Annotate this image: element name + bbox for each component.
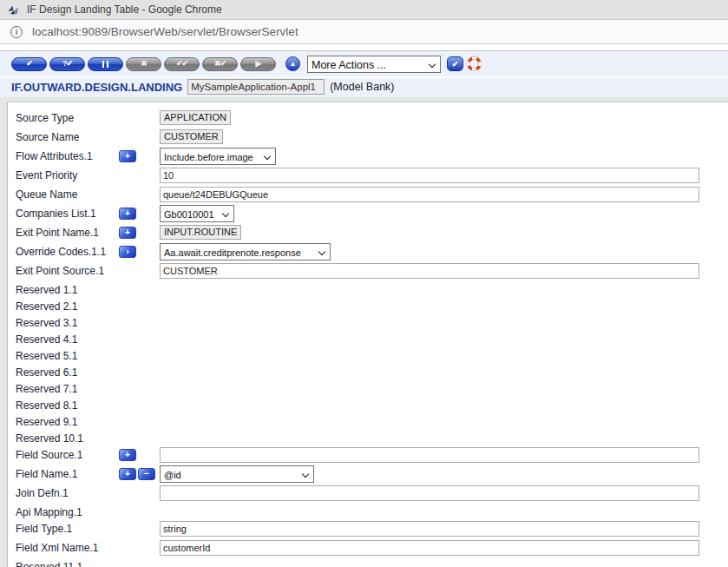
row-buttons: + [119,227,160,239]
expand-button[interactable]: + [119,468,136,480]
field-label: Exit Point Source.1 [16,265,119,277]
field-label: Reserved 1.1 [16,284,119,296]
plus-icon: + [125,469,130,478]
form-row: Reserved 7.1 [16,380,728,397]
text-input[interactable] [160,263,699,279]
field-label: Field Name.1 [16,468,119,480]
field-label: Reserved 9.1 [16,416,119,428]
field-label: Field Source.1 [16,449,119,461]
form-row: Field Name.1+−@id [16,465,728,482]
plus-icon: + [125,227,130,237]
validate-button[interactable]: ?✔ [49,57,85,71]
form-panel: Source TypeAPPLICATIONSource NameCUSTOME… [7,102,728,567]
toolbar-pills: ✔?✔✖✔✔✖✔▶ [11,57,276,71]
expand-button[interactable]: + [119,449,136,461]
form-row: Api Mapping.1 [16,504,728,520]
field-label: Field Type.1 [16,523,119,535]
plus-icon: + [125,450,130,459]
authorise-button[interactable]: ✔✔ [164,57,200,71]
row-buttons: + [119,449,160,461]
text-input[interactable] [160,521,699,537]
hold-button[interactable] [88,57,123,71]
window-title-bar: IF Design Landing Table - Google Chrome [0,0,728,20]
arrow-right-icon: ▶ [256,60,261,68]
form-rows: Source TypeAPPLICATIONSource NameCUSTOME… [16,109,728,567]
reverse-button[interactable]: ✖✔ [202,57,238,71]
form-row: Override Codes.1.1›Aa.await.creditprenot… [16,243,728,260]
expand-button[interactable]: + [119,150,136,162]
readonly-value: APPLICATION [160,110,231,125]
form-row: Companies List.1+Gb0010001 [16,205,728,221]
form-row: Exit Point Name.1+INPUT.ROUTINE [16,224,728,241]
field-label: Event Priority [16,169,119,181]
field-label: Reserved 4.1 [16,333,119,346]
expand-button[interactable]: + [119,208,136,220]
field-label: Flow Attributes.1 [16,150,119,162]
spacer [0,44,728,50]
info-icon[interactable]: i [10,26,23,38]
form-row: Reserved 6.1 [16,364,728,380]
x-icon: ✖ [141,60,147,68]
form-row: Reserved 8.1 [16,397,728,413]
form-row: Reserved 2.1 [16,298,728,314]
select-input[interactable]: Include.before.image [161,149,275,165]
url-text: localhost:9089/BrowserWeb/servlet/Browse… [32,25,298,38]
window-title: IF Design Landing Table - Google Chrome [27,3,222,16]
select-input[interactable]: Aa.await.creditprenote.response [161,245,330,260]
more-actions-select[interactable]: More Actions ... [308,57,440,73]
field-label: Companies List.1 [16,208,119,220]
text-input[interactable] [160,168,699,183]
form-row: Reserved 3.1 [16,314,728,331]
form-row: Source NameCUSTOMER [16,129,728,145]
field-label: Reserved 3.1 [16,317,119,329]
double-check-icon: ✔✔ [176,60,187,68]
form-row: Join Defn.1 [16,485,728,501]
address-bar[interactable]: i localhost:9089/BrowserWeb/servlet/Brow… [0,20,728,44]
question-check-icon: ?✔ [62,60,72,68]
form-row: Reserved 10.1 [16,430,728,446]
text-input[interactable] [160,447,699,463]
plus-icon: + [125,208,130,218]
browser-app-band: ✔?✔✖✔✔✖✔▶ ▲ More Actions ... ✔ IF.OUTWAR… [0,50,728,97]
row-buttons: › [119,246,160,258]
form-row: Reserved 4.1 [16,331,728,347]
field-label: Source Name [16,131,119,143]
page-background: Source TypeAPPLICATIONSource NameCUSTOME… [0,97,728,567]
form-row: Event Priority [16,167,728,183]
row-buttons: + [119,208,160,220]
text-input[interactable] [160,187,699,202]
forward-button[interactable]: ▶ [240,57,276,71]
check-icon: ✔ [452,60,459,69]
record-id-input[interactable] [187,79,325,95]
expand-all-button[interactable]: ▲ [285,56,300,71]
more-actions-wrapper: More Actions ... [307,56,441,73]
arrow-up-icon: ▲ [290,60,297,68]
row-buttons: + [119,150,160,162]
select-input[interactable]: Gb0010001 [161,207,233,222]
field-label: Override Codes.1.1 [16,246,119,258]
select-input[interactable]: @id [161,467,313,483]
expand-button[interactable]: + [119,227,136,239]
field-label: Api Mapping.1 [16,506,119,518]
chevron-right-icon: › [126,247,129,256]
delete-button[interactable]: ✖ [126,57,161,71]
readonly-value: INPUT.ROUTINE [160,225,241,240]
commit-button[interactable]: ✔ [11,57,47,71]
field-label: Join Defn.1 [16,487,119,499]
text-input[interactable] [160,485,699,501]
minus-icon: − [144,469,149,478]
goto-button[interactable]: › [119,246,136,258]
form-row: Reserved 5.1 [16,347,728,364]
form-row: Queue Name [16,186,728,202]
go-button[interactable]: ✔ [447,56,463,71]
pause-icon [102,61,109,68]
row-buttons: +− [119,468,160,480]
field-label: Reserved 5.1 [16,350,119,362]
field-label: Exit Point Name.1 [16,227,119,239]
select-wrapper: Include.before.image [160,148,276,165]
help-lifering-icon[interactable] [467,56,482,71]
text-input[interactable] [160,540,699,556]
contract-button[interactable]: − [138,468,155,480]
form-row: Field Type.1 [16,520,728,537]
field-label: Reserved 11.1 [16,561,119,567]
